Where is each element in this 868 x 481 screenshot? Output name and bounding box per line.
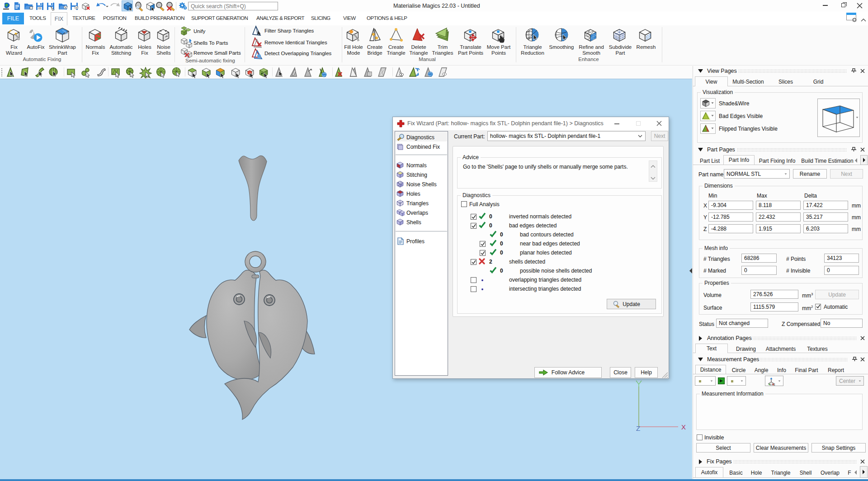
svg-text:XYZ: XYZ [770, 383, 775, 386]
svg-text:X: X [681, 423, 686, 431]
svg-text:Z: Z [636, 424, 640, 432]
